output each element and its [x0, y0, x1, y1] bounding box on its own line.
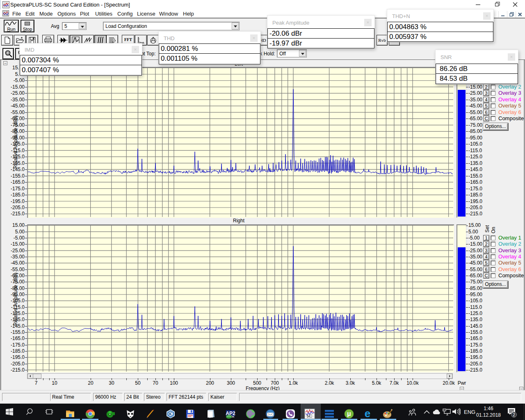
svg-text:SC: SC: [307, 414, 312, 418]
svg-text:µ: µ: [347, 410, 351, 418]
svg-text:e: e: [365, 409, 370, 419]
